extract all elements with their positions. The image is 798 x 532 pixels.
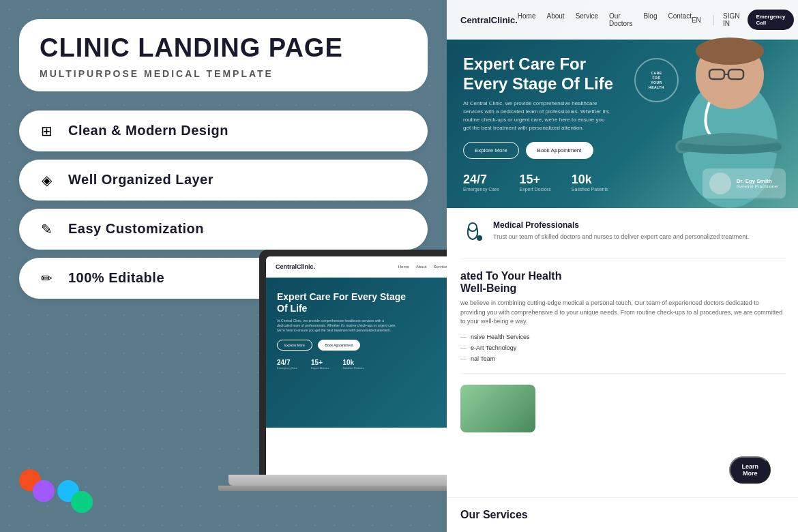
medical-prof-title: Medical Professionals [493,220,749,230]
right-panel: CentralClinic. Home About Service Our Do… [447,0,798,532]
feature-edit-label: 100% Editable [68,270,164,286]
figma-purple [33,480,55,502]
medical-prof-desc: Trust our team of skilled doctors and nu… [493,233,749,241]
learn-more-btn[interactable]: Learn More [729,456,771,484]
main-hero-title: Expert Care For Every Stage Of Life [463,55,627,94]
feature-easy-customization: ✎ Easy Customization [19,209,428,250]
page-subtitle: MULTIPURPOSE MEDICAL TEMPLATE [40,68,407,79]
mini-hero-buttons: Explore More Book Appointment [277,340,664,351]
feature-clean-label: Clean & Modern Design [68,123,228,138]
medical-prof-card: Medical Professionals Trust our team of … [460,220,784,259]
customize-icon: ✎ [35,218,57,240]
nav-service: Service [576,12,598,27]
page-title: CLINIC LANDING PAGE [40,34,407,63]
nav-about: About [546,12,564,27]
stethoscope-icon [460,220,485,248]
thumbnail-area [460,385,784,432]
our-services-title: Our Services [460,509,528,520]
thumbnail-image [460,385,535,432]
mini-nav-home: Home [398,265,409,269]
edit-icon: ✏ [35,267,57,289]
dr-card: Dr. Egy Smith General Practitioner [703,168,786,198]
dr-title: General Practitioner [737,184,779,189]
layers-icon: ◈ [35,169,57,191]
dr-name: Dr. Egy Smith [737,178,779,184]
figma-logo [19,469,93,513]
svg-point-13 [477,235,482,241]
nav-blog: Blog [643,12,657,27]
mini-nav-about: About [416,265,427,269]
mini-logo: CentralClinic. [276,263,315,270]
svg-point-7 [696,38,764,65]
nav-doctors: Our Doctors [609,12,632,27]
mini-stat-1: 15+ Expert Doctors [311,359,329,370]
mini-explore-btn[interactable]: Explore More [277,340,312,351]
main-logo: CentralClinic. [460,15,518,25]
care-badge: CAREFORYOURHEALTH [634,58,679,102]
mini-nav-service: Service [433,265,447,269]
grid-icon: ⊞ [35,120,57,142]
mini-stats: 24/7 Emergency Care 15+ Expert Doctors 1… [277,359,664,370]
mini-stat-0: 24/7 Emergency Care [277,359,297,370]
our-services-section: Our Services [447,497,798,532]
book-appointment-btn[interactable]: Book Appointment [526,142,593,159]
mini-book-btn[interactable]: Book Appointment [318,340,361,351]
main-hero: CentralClinic. Home About Service Our Do… [447,0,798,208]
stat-doctors: 15+ Expert Doctors [520,173,551,192]
title-box: CLINIC LANDING PAGE MULTIPURPOSE MEDICAL… [19,19,428,91]
mini-hero-desc: At Central Clinic, we provide comprehens… [277,319,400,333]
left-panel: CLINIC LANDING PAGE MULTIPURPOSE MEDICAL… [0,0,447,532]
stat-patients: 10k Satisfied Patients [572,173,608,192]
feature-organized-label: Well Organized Layer [68,172,213,188]
explore-more-btn[interactable]: Explore More [463,142,519,159]
feature-customize-label: Easy Customization [68,221,204,237]
figma-green [71,491,93,513]
stat-emergency: 24/7 Emergency Care [463,173,499,192]
mini-stat-2: 10k Satisfied Patients [342,359,364,370]
dr-avatar [709,173,731,194]
feature-well-organized: ◈ Well Organized Layer [19,160,428,201]
nav-home: Home [518,12,536,27]
feature-clean-modern: ⊞ Clean & Modern Design [19,110,428,151]
main-hero-desc: At Central Clinic, we provide comprehens… [463,100,613,132]
mini-hero-title: Expert Care For Every Stage Of Life [277,291,413,314]
svg-point-12 [469,223,477,231]
